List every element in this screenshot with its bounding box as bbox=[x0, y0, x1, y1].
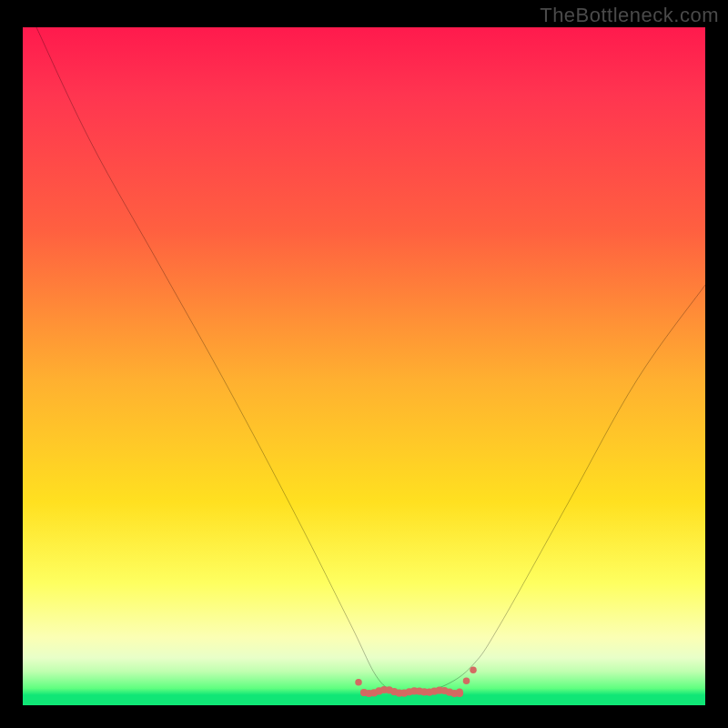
svg-point-23 bbox=[355, 679, 362, 685]
valley-dots bbox=[23, 27, 705, 705]
svg-point-22 bbox=[470, 667, 477, 673]
svg-point-21 bbox=[463, 677, 470, 683]
chart-frame: TheBottleneck.com bbox=[0, 0, 728, 728]
svg-point-20 bbox=[456, 688, 463, 694]
watermark-text: TheBottleneck.com bbox=[540, 4, 719, 27]
